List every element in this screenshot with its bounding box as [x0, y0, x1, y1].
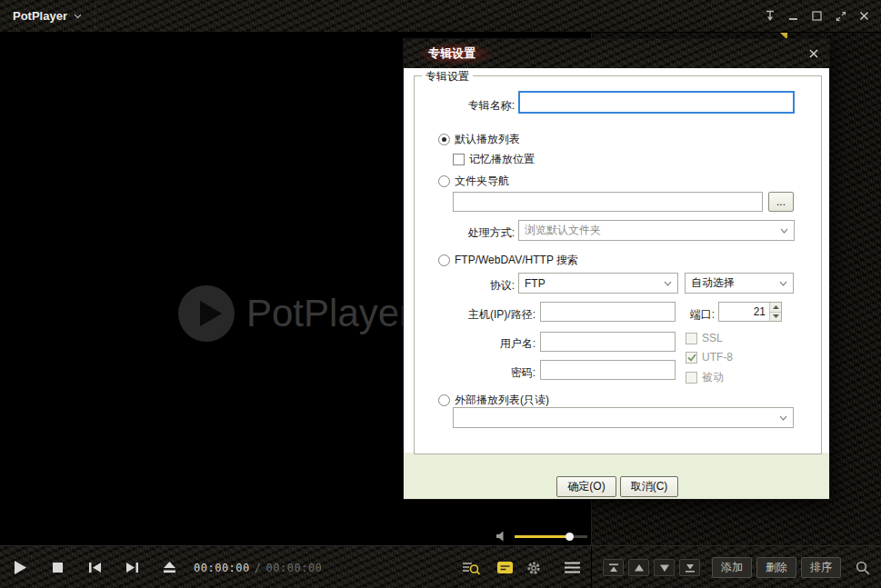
move-top-button[interactable] [603, 559, 624, 576]
protocol-label: 协议: [431, 278, 515, 294]
control-bar: 00:00:00 / 00:00:00 添加 删除 排序 [0, 545, 881, 588]
chevron-down-icon [780, 228, 788, 234]
checkbox-box-icon [686, 372, 697, 384]
chevron-down-icon [74, 14, 82, 19]
username-input[interactable] [540, 332, 676, 352]
radio-circle-icon [438, 394, 450, 406]
current-time: 00:00:00 [194, 562, 250, 574]
dialog-close-button[interactable] [806, 46, 821, 61]
playlist-controls: 添加 删除 排序 [591, 546, 881, 588]
group-title: 专辑设置 [422, 69, 473, 85]
playlist-search-button[interactable] [462, 546, 480, 588]
dialog-title: 专辑设置 [428, 45, 476, 62]
potplayer-window: PotPlayer PotPlayer [0, 0, 881, 588]
close-button[interactable] [856, 8, 872, 24]
folder-path-input[interactable] [453, 192, 763, 212]
volume-track[interactable] [515, 535, 587, 538]
ok-button[interactable]: 确定(O) [556, 476, 616, 497]
handling-label: 处理方式: [431, 225, 515, 241]
password-input[interactable] [540, 360, 676, 380]
password-label: 密码: [415, 365, 536, 381]
pin-button[interactable] [762, 8, 777, 24]
auto-select-select[interactable]: 自动选择 [685, 273, 794, 294]
radio-circle-icon [438, 254, 450, 266]
radio-default-playlist-label: 默认播放列表 [455, 132, 520, 147]
menu-button[interactable] [565, 546, 580, 588]
host-input[interactable] [540, 302, 676, 322]
chevron-down-icon [779, 415, 787, 421]
app-menu-button[interactable]: PotPlayer [0, 0, 95, 32]
checkbox-utf8[interactable]: UTF-8 [686, 351, 733, 364]
external-playlist-select[interactable] [453, 407, 794, 428]
checkbox-passive-label: 被动 [702, 370, 724, 385]
volume-thumb[interactable] [566, 533, 574, 541]
radio-external-playlist-label: 外部播放列表(只读) [455, 393, 549, 408]
move-up-button[interactable] [628, 559, 649, 576]
radio-dot-icon [438, 134, 450, 145]
speaker-icon [496, 531, 508, 542]
port-spinner [769, 303, 781, 321]
previous-button[interactable] [76, 546, 114, 588]
volume-control[interactable] [496, 530, 587, 543]
time-separator: / [255, 562, 262, 574]
sort-button[interactable]: 排序 [801, 557, 841, 578]
checkbox-remember-position[interactable]: 记忆播放位置 [453, 152, 535, 167]
checkbox-ssl-label: SSL [702, 332, 723, 344]
host-label: 主机(IP)/路径: [415, 307, 536, 323]
app-title: PotPlayer [13, 9, 67, 23]
window-controls [762, 8, 881, 24]
port-field [718, 302, 782, 322]
radio-ftp-search[interactable]: FTP/WebDAV/HTTP 搜索 [438, 253, 578, 268]
settings-gear-button[interactable] [526, 546, 541, 588]
checkbox-utf8-label: UTF-8 [702, 351, 733, 364]
radio-external-playlist[interactable]: 外部播放列表(只读) [438, 393, 549, 408]
spinner-down-icon[interactable] [769, 312, 781, 322]
chevron-down-icon [664, 281, 672, 286]
watermark: PotPlayer [178, 285, 412, 342]
handling-select[interactable]: 浏览默认文件夹 [518, 220, 795, 241]
play-button[interactable] [2, 546, 39, 588]
play-logo-icon [178, 285, 235, 342]
radio-folder-navigation-label: 文件夹导航 [455, 174, 509, 189]
volume-fill [515, 535, 569, 538]
album-name-input[interactable] [518, 91, 795, 114]
cancel-button[interactable]: 取消(C) [620, 476, 678, 497]
protocol-select-value: FTP [525, 277, 546, 290]
radio-circle-icon [438, 175, 450, 187]
subtitle-button[interactable] [497, 546, 513, 588]
total-time: 00:00:00 [266, 562, 323, 574]
delete-button[interactable]: 删除 [756, 557, 796, 578]
fullscreen-button[interactable] [833, 8, 848, 24]
spinner-up-icon[interactable] [769, 303, 781, 312]
minimize-button[interactable] [786, 8, 801, 24]
transport-buttons [2, 546, 188, 588]
checkbox-ssl[interactable]: SSL [686, 332, 723, 344]
radio-folder-navigation[interactable]: 文件夹导航 [438, 174, 509, 189]
stop-button[interactable] [39, 546, 76, 588]
maximize-button[interactable] [809, 8, 825, 24]
titlebar: PotPlayer [0, 0, 881, 33]
watermark-text: PotPlayer [246, 292, 412, 335]
auto-select-value: 自动选择 [691, 275, 735, 291]
handling-select-value: 浏览默认文件夹 [525, 223, 601, 238]
username-label: 用户名: [415, 336, 536, 352]
protocol-select[interactable]: FTP [518, 273, 678, 294]
checkbox-passive[interactable]: 被动 [686, 370, 724, 385]
radio-default-playlist[interactable]: 默认播放列表 [438, 132, 520, 147]
dialog-footer [404, 453, 829, 499]
checkbox-box-icon [453, 154, 465, 165]
dialog-body: 专辑设置 专辑名称: 默认播放列表 记忆播放位置 文件夹导航 [404, 68, 829, 499]
album-settings-group: 专辑设置 专辑名称: 默认播放列表 记忆播放位置 文件夹导航 [414, 75, 822, 454]
browse-button[interactable]: ... [768, 192, 794, 212]
dialog-titlebar: 专辑设置 [404, 39, 829, 69]
album-settings-dialog: 专辑设置 专辑设置 专辑名称: 默认播放列表 记忆播放位置 [403, 38, 830, 500]
album-name-label: 专辑名称: [431, 98, 515, 114]
time-display: 00:00:00 / 00:00:00 [194, 546, 322, 588]
next-button[interactable] [114, 546, 151, 588]
search-playlist-button[interactable] [856, 561, 870, 575]
move-down-button[interactable] [654, 559, 675, 576]
eject-button[interactable] [151, 546, 188, 588]
move-bottom-button[interactable] [679, 559, 700, 576]
add-button[interactable]: 添加 [712, 557, 752, 578]
checkbox-box-icon [686, 333, 697, 344]
